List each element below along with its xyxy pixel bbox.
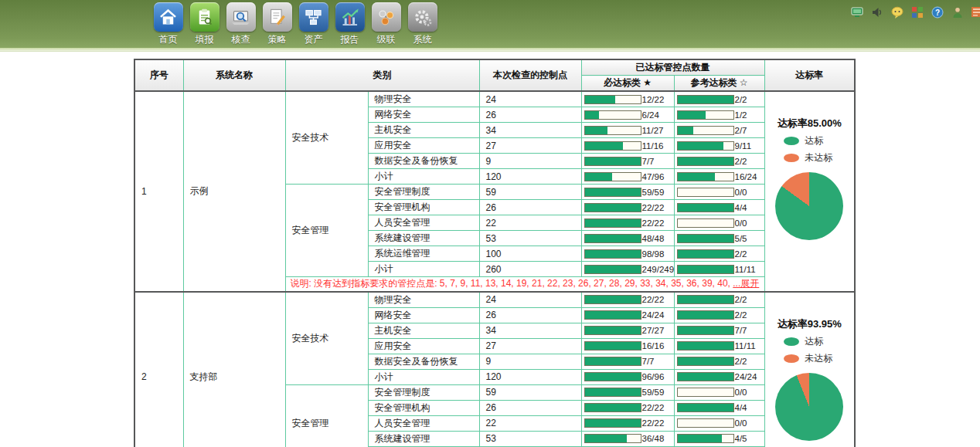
system-tray: ? <box>851 6 980 19</box>
col-header-control-points: 本次检查的控制点 <box>479 59 581 91</box>
control-points-cell: 53 <box>479 431 581 446</box>
progress-bar <box>677 95 734 104</box>
ref-class-bar-cell: 16/24 <box>674 169 764 185</box>
control-points-cell: 34 <box>479 123 581 138</box>
must-class-bar-cell: 47/96 <box>581 169 674 185</box>
progress-bar-wrap: 96/96 <box>584 370 674 384</box>
progress-bar <box>677 372 734 381</box>
ref-class-bar-cell: 1/2 <box>674 107 764 123</box>
ref-class-bar-cell: 2/2 <box>674 154 764 169</box>
progress-bar <box>677 157 734 166</box>
progress-bar <box>584 341 641 350</box>
progress-bar-fill <box>678 296 733 303</box>
report-icon <box>335 2 365 32</box>
app-label: 策略 <box>260 33 294 46</box>
policy-icon <box>263 2 292 32</box>
progress-bar <box>677 357 734 366</box>
progress-bar-fill <box>678 157 733 165</box>
progress-value: 2/2 <box>735 157 747 166</box>
app-fill[interactable]: 填报 <box>188 2 221 46</box>
control-points-cell: 9 <box>479 154 581 169</box>
pie-legend: 达标未达标 <box>765 335 855 365</box>
progress-bar-wrap: 11/11 <box>677 339 764 354</box>
subcategory-cell: 应用安全 <box>368 138 479 154</box>
data-row: 2支持部安全技术物理安全2422/222/2达标率93.95%达标未达标 <box>134 292 855 308</box>
category-group-cell: 安全管理 <box>285 384 368 447</box>
progress-value: 48/48 <box>642 234 665 243</box>
progress-bar-wrap: 22/22 <box>584 416 674 431</box>
subcategory-cell: 系统建设管理 <box>368 231 479 246</box>
progress-bar <box>677 388 734 397</box>
app-report[interactable]: 报告 <box>333 2 366 46</box>
progress-bar-wrap: 11/16 <box>584 138 674 153</box>
table-header: 序号 系统名称 类别 本次检查的控制点 已达标管控点数量 达标率 必达标类 ★ … <box>134 59 855 91</box>
progress-bar-fill <box>585 204 641 212</box>
progress-value: 24/24 <box>735 372 757 381</box>
category-group-cell: 安全技术 <box>285 91 368 185</box>
note-expand-link[interactable]: ...展开 <box>733 278 759 289</box>
monitor-icon[interactable] <box>851 6 863 19</box>
progress-value: 0/0 <box>735 418 747 428</box>
chat-icon[interactable] <box>891 6 903 19</box>
rate-cell: 达标率93.95%达标未达标 <box>764 292 855 447</box>
must-class-bar-cell: 16/16 <box>581 338 674 354</box>
progress-value: 11/27 <box>642 126 664 135</box>
system-icon <box>408 2 437 32</box>
app-label: 核查 <box>224 33 257 46</box>
progress-bar-fill <box>678 96 733 103</box>
progress-bar <box>677 403 734 412</box>
control-points-cell: 27 <box>479 338 581 354</box>
app-inspect[interactable]: 核查 <box>224 2 257 46</box>
app-policy[interactable]: 策略 <box>260 2 294 46</box>
progress-value: 11/16 <box>642 141 664 151</box>
must-class-bar-cell: 98/98 <box>581 246 674 262</box>
progress-bar-fill <box>585 219 641 227</box>
user-icon[interactable] <box>951 6 964 19</box>
grid-icon[interactable] <box>911 6 924 19</box>
app-label: 填报 <box>188 33 221 46</box>
progress-bar-wrap: 22/22 <box>584 293 674 307</box>
progress-bar-fill <box>585 235 641 242</box>
progress-bar <box>677 141 734 151</box>
must-class-bar-cell: 22/22 <box>581 415 674 431</box>
progress-bar <box>584 418 641 428</box>
data-row: 1示例安全技术物理安全2412/222/2达标率85.00%达标未达标 <box>134 91 855 107</box>
progress-bar <box>584 295 641 304</box>
progress-bar-fill <box>585 296 641 303</box>
progress-value: 98/98 <box>642 249 665 259</box>
progress-value: 11/11 <box>735 265 756 274</box>
app-cascade[interactable]: 级联 <box>369 2 403 46</box>
progress-bar-fill <box>585 311 641 319</box>
app-home[interactable]: 首页 <box>151 2 185 46</box>
progress-bar-fill <box>585 419 641 427</box>
app-assets[interactable]: 资产 <box>297 2 330 46</box>
progress-bar-wrap: 2/2 <box>677 308 764 323</box>
progress-bar-fill <box>678 404 733 411</box>
progress-bar-wrap: 27/27 <box>584 323 674 338</box>
legend-swatch <box>784 354 799 363</box>
progress-value: 36/48 <box>642 434 665 443</box>
must-class-bar-cell: 11/27 <box>581 123 674 138</box>
help-icon[interactable]: ? <box>931 6 944 19</box>
app-launcher-bar: 首页填报核查策略资产报告级联系统 <box>151 2 439 46</box>
must-class-bar-cell: 11/16 <box>581 138 674 154</box>
progress-bar-fill <box>678 142 723 150</box>
app-system[interactable]: 系统 <box>406 2 439 46</box>
col-header-system-name: 系统名称 <box>183 59 285 91</box>
progress-value: 96/96 <box>642 372 665 381</box>
ref-class-bar-cell: 2/2 <box>674 91 764 107</box>
legend-item: 未达标 <box>784 151 835 164</box>
alert-icon[interactable] <box>971 6 980 19</box>
subcategory-cell: 人员安全管理 <box>368 415 479 431</box>
subcategory-cell: 系统建设管理 <box>368 431 479 446</box>
progress-bar <box>677 341 734 350</box>
progress-value: 2/7 <box>735 126 747 135</box>
progress-bar-wrap: 0/0 <box>677 215 764 230</box>
progress-bar <box>584 141 641 151</box>
must-class-bar-cell: 7/7 <box>581 154 674 169</box>
speaker-icon[interactable] <box>871 6 883 19</box>
progress-bar-fill <box>678 250 733 258</box>
progress-bar-fill <box>678 311 733 319</box>
progress-value: 4/4 <box>735 203 747 212</box>
legend-label: 未达标 <box>805 352 832 365</box>
